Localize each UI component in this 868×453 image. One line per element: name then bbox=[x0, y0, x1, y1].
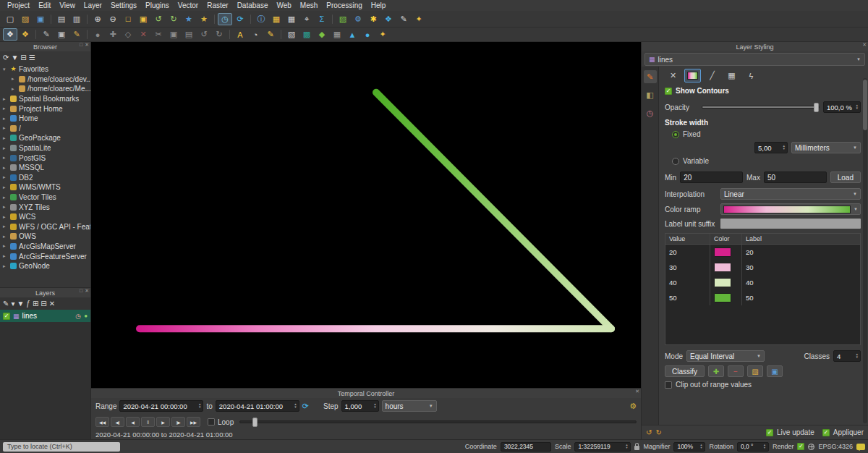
browser-tree-item[interactable]: ▸ Spatial Bookmarks bbox=[0, 94, 90, 104]
coordinate-input[interactable]: 3022,2345 bbox=[501, 442, 551, 452]
browser-tree-item[interactable]: ▸ Home bbox=[0, 114, 90, 124]
browser-tree-item[interactable]: ▸ Project Home bbox=[0, 103, 90, 114]
toolbar-icon[interactable] bbox=[281, 30, 281, 39]
toolbar-icon[interactable]: ◆ bbox=[315, 28, 329, 41]
menu-item[interactable]: Web bbox=[272, 0, 295, 11]
render-checkbox[interactable] bbox=[797, 443, 804, 450]
expand-arrow-icon[interactable]: ▸ bbox=[3, 214, 8, 220]
expand-arrow-icon[interactable]: ▸ bbox=[3, 125, 8, 131]
tab-vectors[interactable]: ╱ bbox=[704, 69, 720, 82]
toolbar-icon[interactable]: ⚙ bbox=[351, 13, 365, 25]
toolbar-icon[interactable]: ▥ bbox=[69, 13, 84, 25]
opacity-value-input[interactable]: 100,0 % ▲▼ bbox=[823, 101, 861, 113]
expand-arrow-icon[interactable]: ▾ bbox=[3, 67, 8, 72]
min-input[interactable]: 20 bbox=[680, 172, 743, 183]
toolbar-icon[interactable]: ▣ bbox=[136, 13, 150, 25]
toolbar-icon[interactable]: ◷ bbox=[218, 13, 232, 25]
toolbar-icon[interactable] bbox=[35, 30, 36, 39]
toolbar-icon[interactable]: ▩ bbox=[299, 28, 314, 41]
playback-button[interactable]: ◀ bbox=[126, 417, 140, 427]
toolbar-icon[interactable]: ✚ bbox=[106, 28, 120, 41]
expand-arrow-icon[interactable]: ▸ bbox=[3, 96, 8, 102]
menu-item[interactable]: Database bbox=[233, 0, 273, 11]
toolbar-icon[interactable]: ▤ bbox=[182, 28, 196, 41]
toolbar-icon[interactable]: ⟳ bbox=[233, 13, 247, 25]
toolbar-icon[interactable]: ▦ bbox=[269, 13, 284, 25]
browser-tree-item[interactable]: ▸ PostGIS bbox=[0, 153, 90, 163]
temporal-settings-gear-icon[interactable]: ⚙ bbox=[629, 402, 637, 411]
browser-tree-item[interactable]: ▸ SpatiaLite bbox=[0, 143, 90, 153]
toolbar-icon[interactable]: ❖ bbox=[18, 28, 33, 41]
menu-item[interactable]: Help bbox=[367, 0, 391, 11]
browser-toolbar-icon[interactable]: ⊟ bbox=[20, 54, 26, 62]
layers-toolbar-icon[interactable]: ⊞ bbox=[33, 300, 38, 308]
menu-item[interactable]: Settings bbox=[106, 0, 141, 11]
browser-tree-item[interactable]: ▸ / bbox=[0, 124, 90, 134]
locate-input[interactable]: Type to locate (Ctrl+K) bbox=[3, 442, 120, 452]
styling-layer-selector[interactable]: ▦ lines ▼ bbox=[644, 53, 865, 66]
float-panel-icon[interactable]: □ bbox=[80, 42, 82, 48]
clip-checkbox[interactable] bbox=[665, 381, 672, 389]
redo-style-icon[interactable]: ↻ bbox=[655, 428, 661, 436]
browser-tree-item[interactable]: ▸ MSSQL bbox=[0, 163, 90, 173]
scale-dropdown[interactable]: 1:32259119 ▲▼ bbox=[574, 442, 631, 452]
browser-tree-item[interactable]: ▸ OWS bbox=[0, 232, 90, 242]
expand-arrow-icon[interactable]: ▸ bbox=[3, 135, 8, 141]
tab-contours[interactable] bbox=[684, 69, 701, 82]
menu-item[interactable]: Plugins bbox=[141, 0, 174, 11]
class-color-swatch[interactable] bbox=[714, 278, 731, 287]
col-header-value[interactable]: Value bbox=[665, 234, 710, 244]
toolbar-icon[interactable]: ✂ bbox=[151, 28, 166, 41]
mode-dropdown[interactable]: Equal Interval▼ bbox=[686, 350, 765, 362]
browser-tree-item[interactable]: ▸ /home/cloarec/Me... bbox=[0, 84, 90, 94]
refresh-range-icon[interactable]: ⟳ bbox=[302, 402, 309, 411]
browser-tree-item[interactable]: ▸ ArcGisFeatureServer bbox=[0, 251, 90, 261]
expand-arrow-icon[interactable]: ▸ bbox=[3, 195, 8, 200]
load-button[interactable]: Load bbox=[830, 172, 861, 183]
show-contours-checkbox[interactable] bbox=[665, 88, 672, 95]
toolbar-icon[interactable]: ✱ bbox=[366, 13, 380, 25]
close-panel-icon[interactable]: ✕ bbox=[862, 42, 867, 48]
expand-arrow-icon[interactable]: ▸ bbox=[12, 86, 17, 92]
toolbar-icon[interactable]: ▨ bbox=[18, 13, 33, 25]
menu-item[interactable]: Project bbox=[3, 0, 34, 11]
table-row[interactable]: 20 20 bbox=[665, 245, 860, 260]
class-color-swatch[interactable] bbox=[714, 263, 731, 272]
table-row[interactable]: 40 40 bbox=[665, 275, 860, 290]
toolbar-icon[interactable] bbox=[87, 30, 88, 39]
scale-lock-icon[interactable] bbox=[634, 446, 639, 450]
messages-icon[interactable] bbox=[856, 444, 865, 450]
expand-arrow-icon[interactable]: ▸ bbox=[3, 145, 8, 151]
browser-tree-item[interactable]: ▾ ★ Favorites bbox=[0, 64, 90, 75]
classify-button[interactable]: Classify bbox=[665, 365, 705, 377]
playback-button[interactable]: || bbox=[141, 417, 155, 427]
menu-item[interactable]: Edit bbox=[34, 0, 55, 11]
toolbar-icon[interactable]: ▣ bbox=[54, 28, 69, 41]
label-unit-suffix-input[interactable] bbox=[720, 219, 861, 229]
undo-style-icon[interactable]: ↺ bbox=[646, 428, 652, 436]
toolbar-icon[interactable]: ◔ bbox=[248, 28, 263, 41]
toolbar-icon[interactable]: ↻ bbox=[212, 28, 226, 41]
expand-arrow-icon[interactable]: ▸ bbox=[3, 243, 8, 249]
expand-arrow-icon[interactable]: ▸ bbox=[3, 185, 8, 190]
tab-settings[interactable]: ✕ bbox=[665, 69, 681, 82]
toolbar-icon[interactable]: ↺ bbox=[197, 28, 211, 41]
menu-item[interactable]: View bbox=[55, 0, 80, 11]
tab-mesh-frame[interactable]: ▦ bbox=[723, 69, 740, 82]
toolbar-icon[interactable]: ★ bbox=[182, 13, 196, 25]
toolbar-icon[interactable]: ❖ bbox=[381, 13, 396, 25]
toolbar-icon[interactable]: ⓘ bbox=[254, 13, 268, 25]
toolbar-icon[interactable]: ✦ bbox=[412, 13, 426, 25]
layers-toolbar-icon[interactable]: ✎ bbox=[3, 300, 9, 308]
class-color-swatch[interactable] bbox=[714, 293, 731, 302]
browser-tree-item[interactable]: ▸ WCS bbox=[0, 212, 90, 222]
notification-icon[interactable]: ● bbox=[84, 313, 88, 319]
browser-tree-item[interactable]: ▸ DB2 bbox=[0, 173, 90, 183]
expand-arrow-icon[interactable]: ▸ bbox=[3, 253, 8, 259]
layers-toolbar-icon[interactable]: ▼ bbox=[17, 300, 24, 308]
toolbar-icon[interactable]: ▦ bbox=[284, 13, 299, 25]
toolbar-icon[interactable]: ▣ bbox=[33, 13, 48, 25]
color-ramp-dropdown[interactable]: ▼ bbox=[720, 203, 861, 215]
opacity-slider[interactable] bbox=[702, 106, 820, 109]
expand-arrow-icon[interactable]: ▸ bbox=[12, 76, 17, 82]
